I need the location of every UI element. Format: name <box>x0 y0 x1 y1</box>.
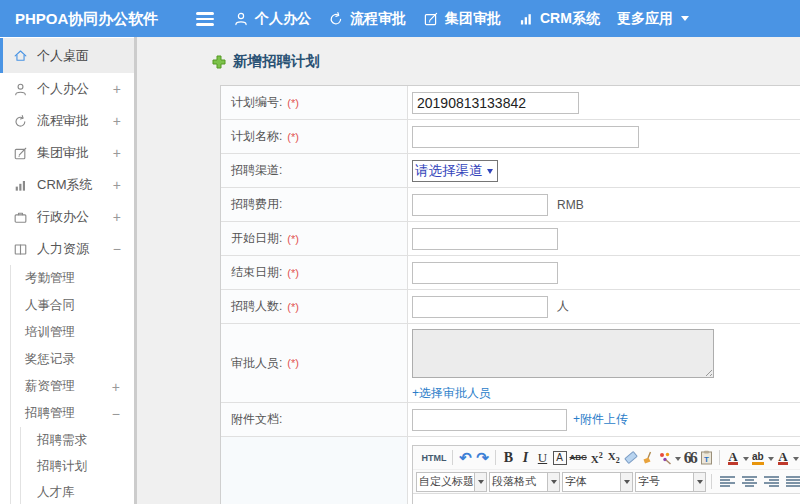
superscript-button[interactable]: X2 <box>590 448 604 467</box>
sidebar-item-recruit-demand[interactable]: 招聘需求 <box>21 427 134 453</box>
caret-down-icon <box>681 16 689 25</box>
attachment-input[interactable] <box>412 409 567 431</box>
align-justify-icon[interactable] <box>786 476 800 487</box>
italic-button[interactable]: I <box>519 448 533 467</box>
html-source-button[interactable]: HTML <box>422 448 447 467</box>
plan-number-label: 计划编号:(*) <box>221 86 408 119</box>
end-date-input[interactable] <box>412 262 558 284</box>
required-mark: (*) <box>287 233 299 245</box>
plan-number-input[interactable] <box>412 92 579 114</box>
plan-name-value-cell <box>408 120 800 153</box>
end-date-value-cell <box>408 256 800 289</box>
top-menu-more-apps[interactable]: 更多应用 <box>617 10 689 28</box>
align-right-icon[interactable] <box>764 476 779 487</box>
required-mark: (*) <box>287 301 299 313</box>
sidebar-item-reward-punishment[interactable]: 奖惩记录 <box>11 346 134 373</box>
recruit-plan-form: 计划编号:(*)计划名称:(*)招聘渠道:请选择渠道招聘费用:RMB开始日期:(… <box>220 85 800 504</box>
format-brush-icon[interactable] <box>641 448 655 467</box>
attachment-row: 附件文档:+附件上传 <box>221 403 800 437</box>
sidebar-item-talent-pool[interactable]: 人才库 <box>21 479 134 504</box>
page-title: 新增招聘计划 <box>212 52 320 71</box>
approver-link[interactable]: +选择审批人员 <box>412 385 491 402</box>
font-border-button[interactable]: A <box>553 448 567 467</box>
start-date-label: 开始日期:(*) <box>221 222 408 255</box>
recruit-count-input[interactable] <box>412 296 548 318</box>
menu-toggle-icon[interactable] <box>196 12 214 29</box>
sidebar-item-attendance-mgmt[interactable]: 考勤管理 <box>11 265 134 292</box>
font-family-select[interactable]: 字体 <box>562 472 633 492</box>
highlight-color-button[interactable]: ab <box>751 448 765 467</box>
eraser-icon[interactable] <box>624 448 638 467</box>
expander-icon[interactable]: + <box>113 113 121 129</box>
sidebar-item-admin-office[interactable]: 行政办公+ <box>0 201 134 233</box>
recruit-fee-input[interactable] <box>412 194 548 216</box>
recruit-fee-row: 招聘费用:RMB <box>221 188 800 222</box>
undo-icon[interactable]: ↶ <box>459 448 473 467</box>
dropdown-arrow-icon <box>693 473 705 491</box>
expander-icon[interactable]: + <box>113 177 121 193</box>
page: PHPOA协同办公软件 个人办公流程审批集团审批CRM系统更多应用 个人桌面个人… <box>0 0 800 504</box>
expander-icon[interactable]: + <box>113 209 121 225</box>
style-menu-icon[interactable] <box>658 448 672 467</box>
blockquote-button[interactable]: 66 <box>683 448 697 467</box>
svg-text:T: T <box>704 455 709 464</box>
top-menu-crm-system[interactable]: CRM系统 <box>518 10 600 28</box>
paste-icon[interactable]: T <box>700 448 714 467</box>
recruit-fee-label: 招聘费用: <box>221 188 408 221</box>
page-title-text: 新增招聘计划 <box>233 52 320 71</box>
top-menu: 个人办公流程审批集团审批CRM系统更多应用 <box>233 0 689 37</box>
sidebar-item-personal-desktop[interactable]: 个人桌面 <box>0 38 134 73</box>
sidebar-item-workflow-approval[interactable]: 流程审批+ <box>0 105 134 137</box>
plan-number-value-cell <box>408 86 800 119</box>
heading-select[interactable]: 自定义标题 <box>416 472 487 492</box>
start-date-value-cell <box>408 222 800 255</box>
paragraph-select[interactable]: 段落格式 <box>489 472 560 492</box>
approver-value-cell: +选择审批人员 <box>408 324 800 402</box>
main-content: 新增招聘计划 计划编号:(*)计划名称:(*)招聘渠道:请选择渠道招聘费用:RM… <box>140 37 800 504</box>
font-color-button[interactable]: A <box>726 448 740 467</box>
subscript-button[interactable]: X2 <box>607 448 621 467</box>
font-size-select[interactable]: 字号 <box>635 472 706 492</box>
background-color-button[interactable]: A <box>776 448 790 467</box>
underline-button[interactable]: U <box>536 448 550 467</box>
recruit-channel-row: 招聘渠道:请选择渠道 <box>221 154 800 188</box>
flow-icon <box>328 11 344 27</box>
sidebar-item-personal-office[interactable]: 个人办公+ <box>0 73 134 105</box>
recruit-channel-select[interactable]: 请选择渠道 <box>412 160 498 182</box>
editor-content-area[interactable] <box>413 494 800 504</box>
sidebar-item-crm-system[interactable]: CRM系统+ <box>0 169 134 201</box>
sidebar-item-recruit-mgmt[interactable]: 招聘管理− <box>11 400 134 427</box>
align-center-icon[interactable] <box>742 476 757 487</box>
required-mark: (*) <box>287 357 299 369</box>
sidebar-item-salary-mgmt[interactable]: 薪资管理+ <box>11 373 134 400</box>
plan-name-row: 计划名称:(*) <box>221 120 800 154</box>
expander-icon[interactable]: + <box>113 145 121 161</box>
sidebar-item-hr-contract[interactable]: 人事合同 <box>11 292 134 319</box>
redo-icon[interactable]: ↷ <box>476 448 490 467</box>
attachment-link[interactable]: +附件上传 <box>573 411 628 428</box>
plan-name-input[interactable] <box>412 126 639 148</box>
caret-down-icon <box>793 457 799 464</box>
start-date-input[interactable] <box>412 228 558 250</box>
dropdown-arrow-icon <box>474 473 486 491</box>
expander-icon[interactable]: − <box>113 241 121 257</box>
top-menu-group-approval[interactable]: 集团审批 <box>423 10 501 28</box>
align-left-icon[interactable] <box>720 476 735 487</box>
recruit-submenu: 招聘需求招聘计划人才库 <box>20 427 134 504</box>
top-menu-personal-office[interactable]: 个人办公 <box>233 10 311 28</box>
expander-icon[interactable]: + <box>112 379 120 395</box>
sidebar-item-training-mgmt[interactable]: 培训管理 <box>11 319 134 346</box>
sidebar-item-human-resources[interactable]: 人力资源− <box>0 233 134 265</box>
bold-button[interactable]: B <box>502 448 516 467</box>
content-editor-label <box>221 437 408 504</box>
approver-textarea[interactable] <box>412 329 714 378</box>
sidebar-item-recruit-plan[interactable]: 招聘计划 <box>21 453 134 479</box>
plan-number-row: 计划编号:(*) <box>221 86 800 120</box>
strikethrough-button[interactable]: ABC <box>570 448 587 467</box>
top-menu-workflow-approval[interactable]: 流程审批 <box>328 10 406 28</box>
expander-icon[interactable]: − <box>112 406 120 422</box>
resize-handle[interactable] <box>703 367 712 376</box>
sidebar-item-group-approval[interactable]: 集团审批+ <box>0 137 134 169</box>
person-icon <box>233 11 249 27</box>
expander-icon[interactable]: + <box>113 81 121 97</box>
